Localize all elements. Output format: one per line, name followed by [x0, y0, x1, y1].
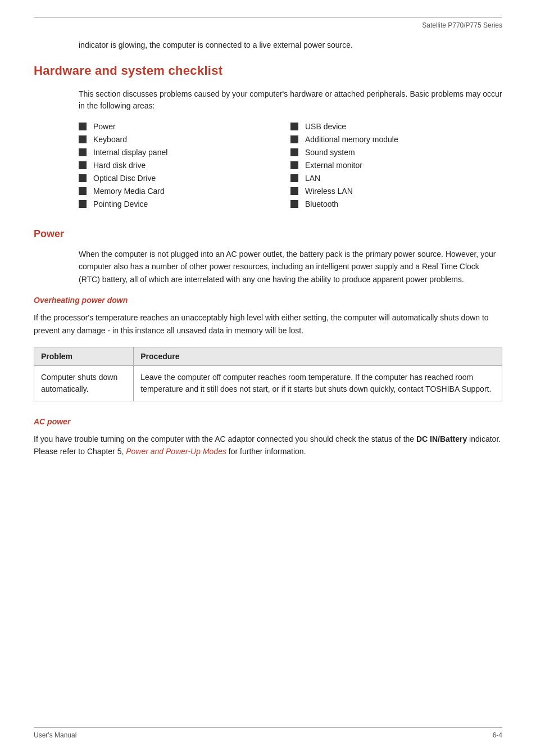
bullet-icon — [79, 148, 87, 156]
ac-power-body: If you have trouble turning on the compu… — [34, 433, 502, 458]
item-label: Additional memory module — [305, 135, 398, 144]
bullet-icon — [290, 135, 298, 143]
bullet-icon — [79, 135, 87, 143]
item-label: Sound system — [305, 148, 355, 157]
overheating-subsection: Overheating power down If the processor'… — [34, 296, 502, 401]
list-item: Optical Disc Drive — [79, 174, 290, 183]
overheating-title: Overheating power down — [34, 296, 502, 305]
ac-power-text-before: If you have trouble turning on the compu… — [34, 434, 416, 443]
item-label: Memory Media Card — [93, 187, 165, 196]
list-item: Pointing Device — [79, 200, 290, 209]
list-item: Hard disk drive — [79, 161, 290, 170]
overheating-body: If the processor's temperature reaches a… — [34, 311, 502, 337]
table-header-problem: Problem — [34, 347, 134, 365]
page: Satellite P770/P775 Series indicator is … — [0, 0, 536, 756]
bullet-icon — [79, 187, 87, 195]
checklist-intro-text: This section discusses problems caused b… — [79, 88, 502, 112]
list-item: Memory Media Card — [79, 187, 290, 196]
bullet-icon — [79, 174, 87, 182]
checklist-columns: Power Keyboard Internal display panel Ha… — [79, 122, 502, 212]
table-header-procedure: Procedure — [134, 347, 502, 365]
list-item: External monitor — [290, 161, 502, 170]
list-item: Sound system — [290, 148, 502, 157]
item-label: External monitor — [305, 161, 362, 170]
ac-power-text-after: for further information. — [226, 447, 306, 456]
hardware-section-title: Hardware and system checklist — [34, 64, 502, 78]
ac-power-title: AC power — [34, 417, 502, 426]
intro-paragraph: indicator is glowing, the computer is co… — [79, 39, 502, 51]
bullet-icon — [290, 174, 298, 182]
bullet-icon — [290, 148, 298, 156]
bullet-icon — [290, 200, 298, 208]
bullet-icon — [290, 187, 298, 195]
table-cell-procedure: Leave the computer off computer reaches … — [134, 365, 502, 401]
item-label: USB device — [305, 122, 346, 131]
bullet-icon — [79, 200, 87, 208]
list-item: Keyboard — [79, 135, 290, 144]
ac-power-subsection: AC power If you have trouble turning on … — [34, 417, 502, 458]
list-item: Additional memory module — [290, 135, 502, 144]
bullet-icon — [290, 123, 298, 130]
item-label: Optical Disc Drive — [93, 174, 156, 183]
bullet-icon — [290, 161, 298, 169]
item-label: Keyboard — [93, 135, 127, 144]
list-item: Power — [79, 122, 290, 131]
item-label: LAN — [305, 174, 320, 183]
dc-in-battery-label: DC IN/Battery — [416, 434, 467, 443]
problem-procedure-table: Problem Procedure Computer shuts down au… — [34, 347, 502, 401]
item-label: Wireless LAN — [305, 187, 353, 196]
table-row: Computer shuts down automatically. Leave… — [34, 365, 502, 401]
overheating-table: Problem Procedure Computer shuts down au… — [34, 347, 502, 401]
table-cell-problem: Computer shuts down automatically. — [34, 365, 134, 401]
list-item: Wireless LAN — [290, 187, 502, 196]
bullet-icon — [79, 161, 87, 169]
item-label: Pointing Device — [93, 200, 148, 209]
footer-right: 6-4 — [493, 731, 502, 739]
bullet-icon — [79, 123, 87, 130]
list-item: Bluetooth — [290, 200, 502, 209]
power-section-body: When the computer is not plugged into an… — [79, 248, 502, 286]
power-section-title: Power — [34, 228, 502, 240]
list-item: USB device — [290, 122, 502, 131]
item-label: Power — [93, 122, 116, 131]
list-item: LAN — [290, 174, 502, 183]
page-header: Satellite P770/P775 Series — [34, 17, 502, 29]
footer-left: User's Manual — [34, 731, 76, 739]
power-section: Power When the computer is not plugged i… — [34, 228, 502, 458]
series-title: Satellite P770/P775 Series — [422, 21, 502, 29]
power-modes-link[interactable]: Power and Power-Up Modes — [126, 447, 226, 456]
list-item: Internal display panel — [79, 148, 290, 157]
checklist-col-1: Power Keyboard Internal display panel Ha… — [79, 122, 290, 212]
item-label: Bluetooth — [305, 200, 338, 209]
page-footer: User's Manual 6-4 — [34, 727, 502, 739]
item-label: Internal display panel — [93, 148, 167, 157]
checklist-col-2: USB device Additional memory module Soun… — [290, 122, 502, 212]
item-label: Hard disk drive — [93, 161, 146, 170]
